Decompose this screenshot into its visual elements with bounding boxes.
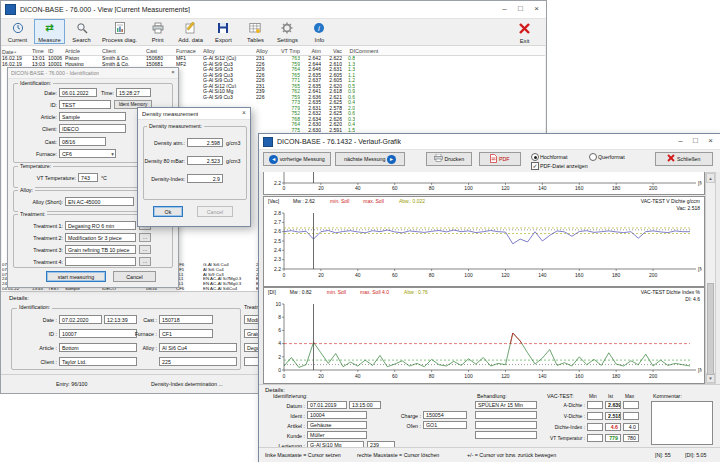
density-titlebar[interactable]: Density measurement × (138, 108, 250, 120)
article-input[interactable]: Sample (59, 112, 126, 121)
details-id-field[interactable]: 10007 (59, 329, 137, 338)
ident-field[interactable]: 10004 (307, 411, 367, 419)
time-input[interactable]: 15:28:27 (116, 88, 151, 97)
scroll-up-icon[interactable]: ▲ (706, 173, 715, 183)
charge-field[interactable]: 150054 (423, 411, 467, 419)
vactest-row-label: V-Dichte : (564, 414, 585, 419)
details-date-field[interactable]: 07.02.2020 (59, 315, 102, 324)
toolbar-button-tables[interactable]: Tables (240, 19, 271, 44)
treatment-3-input[interactable]: Grain refining TB 10 piece (65, 245, 136, 254)
details-client-field[interactable]: Taylor Ltd. (59, 357, 137, 366)
column-header-vac[interactable]: Vac (321, 46, 342, 55)
toolbar-button-info[interactable]: iInfo (304, 19, 335, 44)
behandlung4-field[interactable] (475, 431, 537, 439)
pdf-button[interactable]: PDF (479, 152, 521, 166)
alloy-input[interactable]: EN AC-45000 (65, 197, 134, 206)
column-header-time[interactable]: Time (32, 46, 48, 55)
column-header-alloy-2[interactable]: Alloy (256, 46, 278, 55)
zeit-field[interactable]: 13:15:00 (349, 401, 381, 409)
cancel-button[interactable]: Cancel (113, 271, 156, 282)
portrait-radio[interactable] (531, 153, 539, 161)
chart-di[interactable]: 1086420020406080100120140160180200[N] (264, 302, 702, 382)
chart-atm[interactable]: 2.2020406080100120140160180200[N] (264, 172, 702, 193)
ident-titlebar[interactable]: DICON-BASE - 76.000 - Identification × (8, 68, 178, 79)
date-input[interactable]: 06.01.2022 (59, 88, 97, 97)
treatment-1-input[interactable]: Degasing RO 6 min (65, 221, 136, 230)
toolbar-button-measure[interactable]: ⇄Measure (34, 19, 65, 44)
details-alloy2-field[interactable]: 225 (159, 357, 237, 366)
artikel-field[interactable]: Gehäuse (307, 421, 367, 429)
svg-text:0: 0 (283, 272, 286, 278)
start-measuring-button[interactable]: start measuring (46, 271, 106, 282)
vt-temperature-input[interactable]: 743 (78, 173, 98, 182)
pdf-show-checkbox[interactable]: ✓ (531, 162, 539, 170)
cast-input[interactable]: 08/16 (59, 137, 106, 146)
graph-titlebar[interactable]: DICON-BASE - 76.1432 - Verlauf-Grafik – … (259, 134, 720, 150)
treatment-2-input[interactable]: Modification Sr 3 piece (65, 233, 136, 242)
chart-scrollbar[interactable]: ▲ ▼ (705, 172, 716, 384)
datum-field[interactable]: 07.01.2019 (307, 401, 347, 409)
previous-measurement-button[interactable]: ◄ vorherige Messung (263, 152, 331, 166)
kommentar-textarea[interactable] (651, 401, 713, 445)
column-header-atm[interactable]: Atm (300, 46, 321, 55)
column-header-di[interactable]: DI (342, 46, 355, 55)
main-titlebar[interactable]: DICON-BASE - 76.000 - View [Current Meas… (1, 1, 546, 19)
chart-atm-panel[interactable]: 2.2020406080100120140160180200[N] (263, 172, 705, 195)
treatment-4-input[interactable] (65, 257, 136, 266)
close-icon[interactable]: × (239, 107, 249, 118)
close-icon[interactable]: × (168, 67, 178, 77)
details-furnace-field[interactable]: CF1 (159, 329, 213, 338)
details-cast-field[interactable]: 150718 (159, 315, 213, 324)
column-header-article[interactable]: Article (65, 46, 102, 55)
furnace-select[interactable]: CF6 ▾ (59, 149, 116, 158)
details-article-field[interactable]: Bottom (59, 343, 137, 352)
vactest-legend: VAC-TEST: (545, 393, 576, 399)
toolbar-button-print[interactable]: Print (142, 19, 173, 44)
close-icon[interactable]: × (703, 134, 718, 147)
treatment-2-more-button[interactable]: ... (139, 233, 151, 242)
close-icon[interactable]: × (529, 2, 544, 15)
toolbar-button-label: Process diag. (102, 37, 137, 43)
behandlung2-field[interactable] (475, 411, 537, 419)
toolbar-button-search[interactable]: Search (66, 19, 97, 44)
client-input[interactable]: IDECO (59, 124, 126, 133)
kunde-field[interactable]: Müller (307, 431, 367, 439)
column-header-comment[interactable]: Comment (355, 46, 395, 55)
scrollbar-thumb[interactable] (707, 283, 714, 375)
column-header-id[interactable]: ID (48, 46, 65, 55)
chart-di-panel[interactable]: [DI]Mw : 0.82 min. Sollmax. Soll 4.0 Abw… (263, 287, 705, 384)
details-time-field[interactable]: 12:13:39 (104, 315, 137, 324)
close-graph-button[interactable]: Schließen (655, 152, 713, 166)
ok-button[interactable]: Ok (153, 206, 183, 217)
maximize-icon[interactable]: □ (688, 134, 703, 147)
toolbar-button-process-diag[interactable]: Process diag. (98, 19, 141, 44)
exit-button[interactable]: Exit (509, 20, 540, 45)
toolbar-button-current[interactable]: Current (2, 19, 33, 44)
column-header-alloy[interactable]: Alloy (203, 46, 256, 55)
column-header-client[interactable]: Client (102, 46, 146, 55)
column-header-vt-tmp[interactable]: VT Tmp (278, 46, 300, 55)
behandlung1-field[interactable]: SPÜLEN Ar 15 Min (475, 401, 537, 409)
id-input[interactable]: TEST (59, 100, 111, 109)
treatment-4-more-button[interactable]: ... (139, 257, 151, 266)
print-button[interactable]: Drucken (426, 152, 472, 166)
minimize-icon[interactable]: – (673, 134, 688, 147)
minimize-icon[interactable]: – (497, 2, 512, 15)
chart-vac-panel[interactable]: [Vac]Mw : 2.62 min. Sollmax. Soll Abw.: … (263, 196, 705, 287)
ofen-field[interactable]: GO1 (423, 421, 467, 429)
toolbar-button-settings[interactable]: Settings (272, 19, 303, 44)
next-measurement-button[interactable]: nächste Messung ► (335, 152, 405, 166)
landscape-radio[interactable] (589, 153, 597, 161)
cancel-button[interactable]: Cancel (197, 206, 233, 217)
column-header-date[interactable]: Date ▲ (2, 46, 32, 55)
svg-text:20: 20 (318, 373, 324, 379)
toolbar-button-add-data[interactable]: Add. data (174, 19, 207, 44)
toolbar-button-export[interactable]: Export (208, 19, 239, 44)
chart-vac[interactable]: 2.82.72.62.52.42.32.20204060801001201401… (264, 211, 702, 285)
maximize-icon[interactable]: □ (513, 2, 528, 15)
behandlung3-field[interactable] (475, 421, 537, 429)
column-header-furnace[interactable]: Furnace (176, 46, 203, 55)
column-header-cast[interactable]: Cast (146, 46, 176, 55)
details-alloy-field[interactable]: Al Si6 Cu4 (159, 343, 237, 352)
treatment-3-more-button[interactable]: ... (139, 245, 151, 254)
